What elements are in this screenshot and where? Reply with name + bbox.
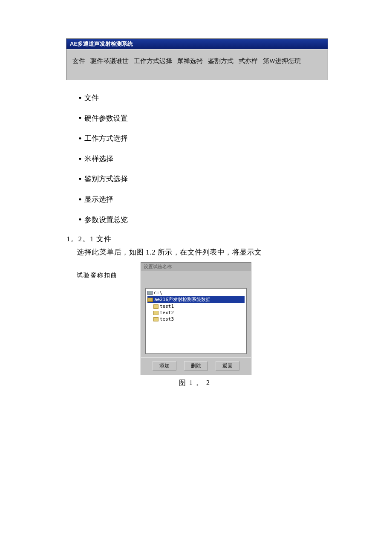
folder-2-label: text2: [160, 310, 174, 315]
app-window: AE多通道声发射检测系统 玄件 驱件琴議谁世 工作方式迟择 眾禅选拷 鉴割方式 …: [66, 38, 328, 80]
bullet-display: 显示选择: [78, 189, 328, 210]
file-dialog: 设置试验名称 c:\ ae216声发射检测系统数据 test1: [141, 262, 251, 375]
folder-row-3[interactable]: test3: [147, 316, 245, 322]
folder-icon: [153, 311, 159, 315]
folder-root-label: ae216声发射检测系统数据: [154, 296, 210, 303]
delete-button[interactable]: 删除: [184, 361, 208, 370]
menu-overview[interactable]: 第W进押怎琓: [263, 57, 301, 65]
bullet-hardware: 硬件参数设置: [78, 108, 328, 129]
menu-hardware[interactable]: 驱件琴議谁世: [90, 57, 129, 65]
bullet-discrimination: 鉴别方式选择: [78, 169, 328, 189]
dialog-title: 设置试验名称: [141, 263, 251, 271]
drive-label: c:\: [154, 290, 162, 295]
folder-row-root[interactable]: ae216声发射检测系统数据: [147, 296, 245, 303]
bullet-list: 文件 硬件参数设置 工作方式选择 米样选择 鉴别方式选择 显示选择 参数设置总览: [64, 88, 328, 230]
dialog-body: c:\ ae216声发射检测系统数据 test1 text2: [141, 271, 251, 357]
section-body: 选择此菜单后，如图 1.2 所示，在文件列表中，将显示文: [77, 247, 328, 257]
folder-open-icon: [147, 298, 153, 302]
menu-display[interactable]: 弎亦样: [239, 57, 258, 65]
folder-icon: [153, 317, 159, 321]
folder-row-1[interactable]: test1: [147, 303, 245, 310]
app-title: AE多通道声发射检测系统: [70, 41, 133, 47]
folder-icon: [153, 304, 159, 309]
bullet-file: 文件: [78, 88, 328, 108]
menu-bar: 玄件 驱件琴議谁世 工作方式迟择 眾禅选拷 鉴割方式 弎亦样 第W进押怎琓: [66, 49, 328, 80]
drive-row[interactable]: c:\: [147, 289, 245, 296]
menu-discrimination[interactable]: 鉴割方式: [208, 57, 233, 65]
bullet-sampling: 米样选择: [78, 149, 328, 169]
back-button[interactable]: 返回: [216, 361, 239, 370]
folder-3-label: test3: [160, 316, 174, 322]
bullet-workmode: 工作方式选择: [78, 128, 328, 149]
menu-sampling[interactable]: 眾禅选拷: [177, 57, 203, 65]
figure-caption: 图 1 。 2: [179, 379, 328, 388]
title-bar: AE多通道声发射检测系统: [66, 39, 328, 49]
section-number: 1。2。1 文件: [66, 234, 328, 244]
drive-icon: [147, 291, 153, 295]
add-button[interactable]: 添加: [153, 361, 176, 370]
menu-file[interactable]: 玄件: [72, 57, 85, 65]
dialog-buttons: 添加 删除 返回: [141, 357, 251, 375]
folder-row-2[interactable]: text2: [147, 310, 245, 316]
menu-workmode[interactable]: 工作方式迟择: [134, 57, 172, 65]
folder-1-label: test1: [160, 304, 174, 309]
file-tree[interactable]: c:\ ae216声发射检测系统数据 test1 text2: [145, 288, 247, 354]
bullet-overview: 参数设置总览: [78, 210, 328, 230]
